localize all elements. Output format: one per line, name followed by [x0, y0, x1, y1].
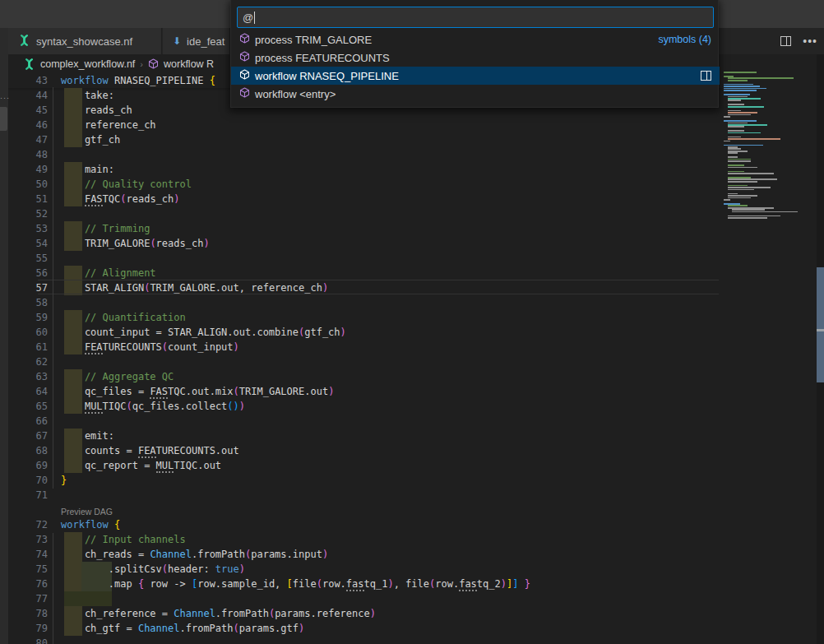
minimap-line: [728, 171, 744, 173]
tab-syntax_showcase.nf[interactable]: syntax_showcase.nf: [8, 28, 162, 54]
code-line-52[interactable]: 52: [8, 206, 722, 221]
code-line-57[interactable]: 57 STAR_ALIGN(TRIM_GALORE.out, reference…: [8, 280, 722, 295]
code-line-60[interactable]: 60 count_input = STAR_ALIGN.out.combine(…: [8, 325, 722, 340]
code-line-56[interactable]: 56 // Alignment: [8, 266, 722, 280]
quickpick-item[interactable]: workflow RNASEQ_PIPELINE: [231, 67, 720, 85]
tab-ide_feat[interactable]: ⬇ide_feat: [163, 28, 230, 54]
codelens-row[interactable]: Preview DAG: [8, 503, 722, 517]
minimap-line: [728, 100, 741, 101]
code-line-62[interactable]: 62: [8, 354, 722, 369]
minimap-line: [728, 207, 774, 209]
quickpick-item[interactable]: workflow <entry>: [231, 85, 720, 103]
code-line-76[interactable]: 76 .map { row -> [row.sample_id, [file(r…: [8, 577, 722, 591]
code-line-72[interactable]: 72workflow {: [8, 517, 722, 532]
line-number: 49: [8, 162, 48, 177]
code-line-68[interactable]: 68 counts = FEATURECOUNTS.out: [8, 443, 722, 458]
code-line-54[interactable]: 54 TRIM_GALORE(reads_ch): [8, 236, 722, 251]
code-line-63[interactable]: 63 // Aggregate QC: [8, 369, 722, 384]
minimap[interactable]: [722, 54, 817, 644]
code-line-55[interactable]: 55: [8, 251, 722, 266]
minimap-line: [728, 181, 757, 183]
breadcrumb-file[interactable]: complex_workflow.nf: [40, 58, 135, 70]
code-line-69[interactable]: 69 qc_report = MULTIQC.out: [8, 458, 722, 473]
code-line-50[interactable]: 50 // Quality control: [8, 177, 722, 192]
code-line-58[interactable]: 58: [8, 295, 722, 310]
left-edge-panel: ···: [0, 28, 8, 644]
code-line-74[interactable]: 74 ch_reads = Channel.fromPath(params.in…: [8, 547, 722, 562]
quickpick-item[interactable]: process TRIM_GALOREsymbols (4): [231, 30, 720, 49]
code-text: .map { row -> [row.sample_id, [file(row.…: [61, 577, 530, 591]
line-number: 43: [8, 73, 48, 88]
quickpick-item-label: workflow <entry>: [255, 88, 336, 100]
line-number: 74: [8, 547, 48, 562]
minimap-line: [728, 217, 767, 219]
code-line-48[interactable]: 48: [8, 147, 722, 162]
split-editor-icon[interactable]: [780, 36, 791, 46]
minimap-line: [728, 187, 771, 188]
code-text: // Alignment: [61, 266, 156, 280]
line-number: 70: [8, 473, 48, 488]
code-line-47[interactable]: 47 gtf_ch: [8, 132, 722, 147]
quickpick-item[interactable]: process FEATURECOUNTS: [231, 49, 720, 67]
line-number: 77: [8, 591, 48, 606]
minimap-line: [728, 98, 761, 100]
panel-drag-handle[interactable]: [0, 107, 7, 131]
code-line-67[interactable]: 67 emit:: [8, 429, 722, 443]
symbol-cube-icon: [148, 58, 159, 69]
breadcrumb-symbol[interactable]: workflow R: [164, 58, 214, 70]
code-text: }: [61, 473, 67, 488]
quickpick-input[interactable]: @: [237, 7, 714, 28]
minimap-line: [728, 160, 751, 162]
code-line-75[interactable]: 75 .splitCsv(header: true): [8, 562, 722, 577]
line-number: 48: [8, 147, 48, 162]
code-line-71[interactable]: 71: [8, 488, 722, 503]
code-line-73[interactable]: 73 // Input channels: [8, 532, 722, 547]
minimap-line: [728, 185, 748, 187]
code-text: // Trimming: [61, 221, 150, 236]
line-number: 44: [8, 88, 48, 103]
code-line-51[interactable]: 51 FASTQC(reads_ch): [8, 192, 722, 206]
minimap-line: [728, 123, 748, 124]
code-line-53[interactable]: 53 // Trimming: [8, 221, 722, 236]
code-line-64[interactable]: 64 qc_files = FASTQC.out.mix(TRIM_GALORE…: [8, 384, 722, 399]
code-line-61[interactable]: 61 FEATURECOUNTS(count_input): [8, 340, 722, 354]
overflow-menu-icon[interactable]: ···: [0, 94, 8, 102]
code-text: // Input channels: [61, 532, 186, 547]
minimap-line: [724, 203, 740, 205]
minimap-line: [728, 177, 751, 178]
minimap-line: [728, 106, 764, 108]
code-line-80[interactable]: 80: [8, 636, 722, 644]
nextflow-file-icon: [23, 58, 35, 70]
open-to-side-icon[interactable]: [701, 71, 711, 81]
line-number: 71: [8, 488, 48, 503]
line-number: 73: [8, 532, 48, 547]
indent-rainbow-block: [64, 591, 112, 606]
code-line-59[interactable]: 59 // Quantification: [8, 310, 722, 325]
code-line-70[interactable]: 70}: [8, 473, 722, 488]
code-text: take:: [61, 88, 114, 103]
code-line-79[interactable]: 79 ch_gtf = Channel.fromPath(params.gtf): [8, 621, 722, 636]
code-editor[interactable]: 43workflow RNASEQ_PIPELINE {44 take:45 r…: [8, 73, 722, 644]
symbols-count-badge: symbols (4): [658, 34, 711, 45]
code-line-66[interactable]: 66: [8, 414, 722, 429]
code-line-46[interactable]: 46 reference_ch: [8, 118, 722, 132]
minimap-line: [724, 120, 757, 122]
code-line-65[interactable]: 65 MULTIQC(qc_files.collect()): [8, 399, 722, 414]
symbol-cube-icon: [239, 87, 250, 100]
minimap-line: [728, 178, 777, 180]
line-number: 67: [8, 429, 48, 443]
minimap-line: [724, 72, 757, 73]
code-line-77[interactable]: 77: [8, 591, 722, 606]
code-line-78[interactable]: 78 ch_reference = Channel.fromPath(param…: [8, 606, 722, 621]
more-actions-icon[interactable]: •••: [803, 35, 817, 48]
line-number: 56: [8, 266, 48, 280]
line-number: 45: [8, 103, 48, 118]
code-line-49[interactable]: 49 main:: [8, 162, 722, 177]
tab-label: syntax_showcase.nf: [36, 35, 132, 48]
code-text: reads_ch: [61, 103, 132, 118]
code-text: count_input = STAR_ALIGN.out.combine(gtf…: [61, 325, 346, 340]
code-text: // Quantification: [61, 310, 186, 325]
line-number: 80: [8, 636, 48, 644]
scrollbar-thumb[interactable]: [817, 267, 824, 382]
editor-actions: •••: [780, 28, 817, 54]
